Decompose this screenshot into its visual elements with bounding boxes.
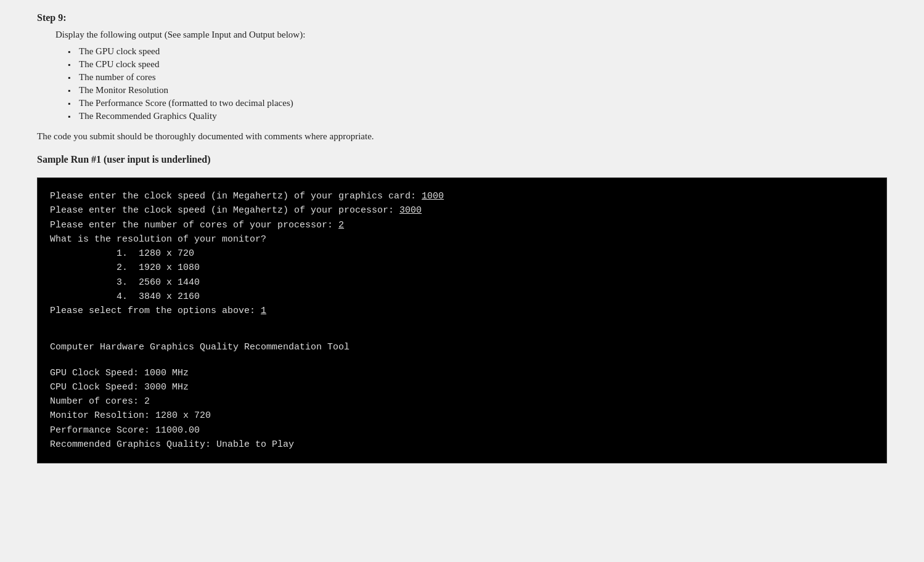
terminal-spacer-2 <box>50 329 874 340</box>
terminal-output-monitor: Monitor Resoltion: 1280 x 720 <box>50 409 874 423</box>
terminal-output-quality: Recommended Graphics Quality: Unable to … <box>50 438 874 452</box>
terminal-line-5: Please select from the options above: 1 <box>50 304 874 318</box>
list-item-gpu: The GPU clock speed <box>68 46 887 57</box>
list-item-cores: The number of cores <box>68 72 887 83</box>
terminal-line-1-input: 1000 <box>422 191 444 202</box>
step-label: Step 9: <box>37 12 887 23</box>
terminal: Please enter the clock speed (in Megaher… <box>37 177 887 463</box>
terminal-spacer-1 <box>50 318 874 329</box>
terminal-line-5-prefix: Please select from the options above: <box>50 306 261 316</box>
terminal-line-1: Please enter the clock speed (in Megaher… <box>50 189 874 203</box>
display-instruction: Display the following output (See sample… <box>55 30 887 121</box>
terminal-line-2: Please enter the clock speed (in Megaher… <box>50 203 874 218</box>
terminal-output-cpu: CPU Clock Speed: 3000 MHz <box>50 380 874 394</box>
terminal-output-cores: Number of cores: 2 <box>50 394 874 409</box>
terminal-line-3-input: 2 <box>338 220 344 230</box>
list-item-monitor: The Monitor Resolution <box>68 85 887 96</box>
doc-note: The code you submit should be thoroughly… <box>37 131 887 142</box>
terminal-menu-2: 2. 1920 x 1080 <box>50 261 874 275</box>
terminal-menu-1: 1. 1280 x 720 <box>50 246 874 261</box>
terminal-line-3-prefix: Please enter the number of cores of your… <box>50 220 338 230</box>
terminal-line-1-prefix: Please enter the clock speed (in Megaher… <box>50 191 422 202</box>
list-item-quality: The Recommended Graphics Quality <box>68 111 887 121</box>
display-text: Display the following output (See sample… <box>55 30 887 40</box>
terminal-output-perf: Performance Score: 11000.00 <box>50 423 874 438</box>
terminal-spacer-3 <box>50 355 874 366</box>
terminal-line-3: Please enter the number of cores of your… <box>50 218 874 232</box>
terminal-line-4: What is the resolution of your monitor? <box>50 232 874 246</box>
list-item-perf: The Performance Score (formatted to two … <box>68 98 887 108</box>
terminal-line-2-input: 3000 <box>399 205 422 216</box>
terminal-output-title: Computer Hardware Graphics Quality Recom… <box>50 340 874 354</box>
terminal-line-5-input: 1 <box>261 306 266 316</box>
terminal-output-gpu: GPU Clock Speed: 1000 MHz <box>50 366 874 380</box>
terminal-menu-4: 4. 3840 x 2160 <box>50 290 874 304</box>
sample-run-heading: Sample Run #1 (user input is underlined) <box>37 154 887 165</box>
terminal-line-2-prefix: Please enter the clock speed (in Megaher… <box>50 205 399 216</box>
list-item-cpu: The CPU clock speed <box>68 59 887 70</box>
output-list: The GPU clock speed The CPU clock speed … <box>68 46 887 121</box>
terminal-menu-3: 3. 2560 x 1440 <box>50 275 874 290</box>
